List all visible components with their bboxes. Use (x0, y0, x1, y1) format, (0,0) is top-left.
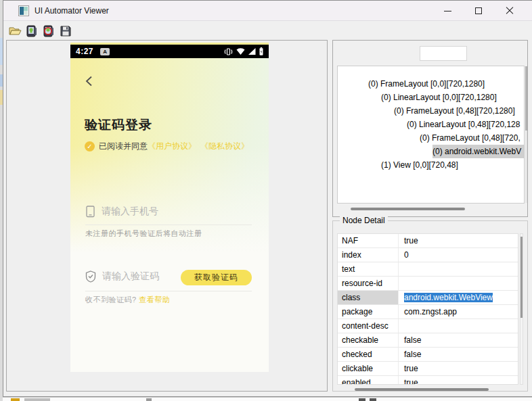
node-detail-key: index (338, 248, 399, 262)
node-detail-value: true (399, 376, 518, 385)
mobile-icon (85, 206, 95, 218)
background-fragment (359, 398, 365, 401)
open-file-button[interactable] (8, 24, 22, 38)
agreement-text: 已阅读并同意 (99, 141, 148, 152)
background-fragment (146, 398, 152, 401)
node-detail-value: android.webkit.WebView (399, 291, 518, 304)
device-screenshot-compressed-icon (43, 25, 55, 37)
node-detail-row[interactable]: classandroid.webkit.WebView (338, 291, 518, 305)
window-title: UI Automator Viewer (35, 6, 109, 16)
background-fragment (24, 398, 50, 401)
tree-node[interactable]: (0) FrameLayout [0,0][720,1280] (338, 77, 524, 91)
node-detail-title: Node Detail (340, 216, 388, 225)
node-detail-key: content-desc (338, 319, 399, 333)
phone-screenshot[interactable]: 4:27 A (70, 43, 269, 372)
node-detail-key: class (338, 291, 399, 304)
tree-node[interactable]: (0) LinearLayout [0,0][720,1280] (338, 91, 524, 104)
node-detail-key: NAF (338, 234, 399, 247)
node-detail-key: package (338, 305, 399, 319)
tree-node[interactable]: (1) View [0,0][720,48] (338, 158, 524, 172)
node-detail-row[interactable]: checkablefalse (338, 333, 518, 348)
node-detail-key: checked (338, 348, 399, 361)
close-button[interactable] (494, 1, 525, 21)
phone-placeholder: 请输入手机号 (102, 206, 158, 218)
node-detail-row[interactable]: resource-id (338, 277, 518, 291)
background-fragment (370, 398, 376, 401)
node-detail-row[interactable]: text (338, 262, 518, 277)
node-detail-row[interactable]: checkedfalse (338, 348, 518, 362)
node-detail-table: NAFtrueindex0textresource-idclassandroid… (337, 233, 518, 385)
input-underline (85, 225, 252, 225)
save-button[interactable] (59, 24, 72, 38)
node-detail-key: checkable (338, 333, 399, 347)
input-underline (85, 291, 252, 291)
verification-code-field[interactable]: 请输入验证码 (85, 270, 159, 283)
node-detail-row[interactable]: packagecom.zngst.app (338, 305, 518, 319)
minimize-button[interactable] (432, 1, 463, 21)
node-detail-row[interactable]: clickabletrue (338, 362, 518, 376)
background-fragment (11, 398, 20, 401)
tree-node[interactable]: (0) FrameLayout [0,48][720, (338, 131, 524, 145)
agreement-check-icon[interactable]: ✓ (85, 141, 95, 151)
vibrate-icon (224, 48, 233, 55)
tree-node[interactable]: (0) android.webkit.WebV (338, 145, 524, 158)
node-detail-value: false (399, 348, 518, 361)
node-detail-value: false (399, 333, 518, 347)
detail-vertical-scrollbar[interactable] (520, 233, 523, 385)
tree-node-label: (1) View [0,0][720,48] (381, 158, 458, 172)
node-detail-value (399, 262, 518, 276)
device-screenshot-button[interactable] (25, 24, 39, 38)
node-detail-row[interactable]: NAFtrue (338, 234, 518, 248)
background-window-bottom-edge (3, 397, 532, 401)
privacy-agreement-link[interactable]: 《隐私协议》 (200, 141, 249, 152)
tree-node[interactable]: (0) FrameLayout [0,48][720,1280] (338, 104, 524, 118)
code-placeholder: 请输入验证码 (102, 270, 159, 283)
detail-scrollbar-thumb[interactable] (520, 237, 523, 318)
tree-node-label: (0) LinearLayout [0,48][720,128 (407, 118, 520, 131)
user-agreement-link[interactable]: 《用户协议》 (148, 141, 196, 152)
tree-node-label: (0) FrameLayout [0,48][720,1280] (394, 104, 515, 118)
selected-value-highlight: android.webkit.WebView (404, 293, 493, 302)
tree-node[interactable]: (0) LinearLayout [0,48][720,128 (338, 118, 524, 131)
login-title: 验证码登录 (85, 116, 152, 134)
tree-scrollbar-thumb[interactable] (525, 66, 527, 131)
tree-horizontal-scrollbar[interactable] (351, 208, 465, 210)
node-detail-value: com.zngst.app (399, 305, 518, 319)
node-detail-row[interactable]: enabledtrue (338, 376, 518, 385)
tree-node-label: (0) FrameLayout [0,48][720, (420, 131, 520, 145)
node-detail-key: text (338, 262, 399, 276)
node-detail-value: true (399, 234, 518, 247)
tree-node-label: (0) android.webkit.WebV (433, 145, 525, 158)
detail-horizontal-scrollbar[interactable] (355, 388, 489, 391)
hierarchy-panel: (0) FrameLayout [0,0][720,1280](0) Linea… (332, 40, 528, 217)
phone-number-field[interactable]: 请输入手机号 (85, 206, 158, 218)
battery-icon (259, 47, 263, 55)
signal-icon (248, 48, 256, 55)
node-detail-row[interactable]: content-desc (338, 319, 518, 333)
node-detail-key: clickable (338, 362, 399, 375)
status-app-badge: A (100, 48, 110, 55)
tree-vertical-scrollbar[interactable] (525, 66, 527, 203)
minimize-icon (444, 11, 451, 11)
app-icon (18, 5, 29, 16)
back-icon[interactable] (85, 76, 93, 87)
node-detail-value: true (399, 362, 518, 375)
node-detail-panel: Node Detail NAFtrueindex0textresource-id… (332, 220, 528, 392)
login-screen: 验证码登录 ✓ 已阅读并同意 《用户协议》 《隐私协议》 请输入手机号 (70, 58, 269, 372)
folder-open-icon (9, 26, 22, 37)
node-detail-row[interactable]: index0 (338, 248, 518, 262)
status-bar: 4:27 A (70, 45, 269, 58)
agreement-row[interactable]: ✓ 已阅读并同意 《用户协议》 《隐私协议》 (85, 141, 249, 152)
get-code-button[interactable]: 获取验证码 (181, 270, 252, 285)
maximize-button[interactable] (463, 1, 494, 21)
screenshot-panel: 4:27 A (6, 40, 328, 392)
device-screenshot-compressed-button[interactable] (42, 24, 56, 38)
title-bar: UI Automator Viewer (3, 1, 532, 21)
status-time: 4:27 (76, 47, 93, 56)
screen: UI Automator Viewer (0, 0, 532, 401)
hierarchy-search-box[interactable] (420, 46, 467, 61)
hierarchy-tree[interactable]: (0) FrameLayout [0,0][720,1280](0) Linea… (337, 66, 525, 204)
help-link[interactable]: 查看帮助 (139, 296, 170, 304)
maximize-icon (475, 7, 482, 14)
node-detail-value (399, 277, 518, 290)
